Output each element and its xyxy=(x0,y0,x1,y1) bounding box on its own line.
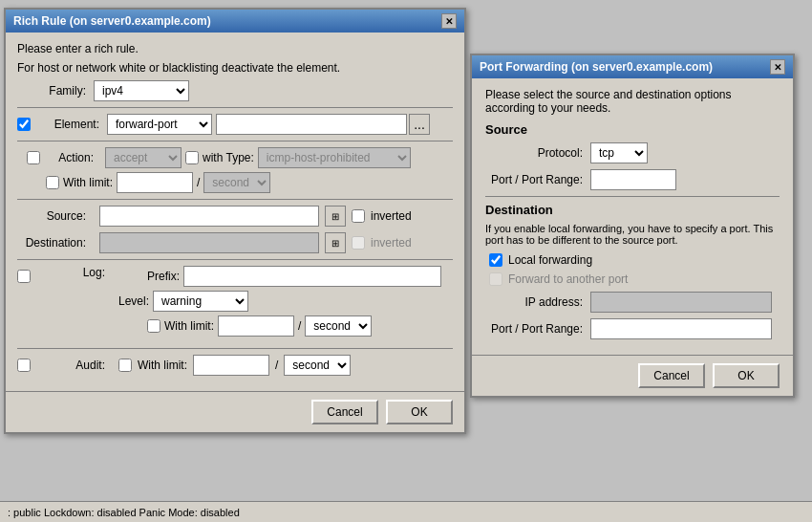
port-fwd-cancel-button[interactable]: Cancel xyxy=(638,363,705,388)
source-port-row: Port / Port Range: 5423 xyxy=(485,169,780,190)
log-limit-row: With limit: / second minute xyxy=(118,315,441,337)
audit-row: Audit: With limit: / second minute xyxy=(17,355,453,376)
rich-rule-ok-button[interactable]: OK xyxy=(386,400,453,424)
icmp-type-select[interactable]: icmp-host-prohibited xyxy=(258,147,411,168)
source-port-input[interactable]: 5423 xyxy=(590,169,676,190)
rich-rule-intro2: For host or network white or blacklistin… xyxy=(17,61,453,75)
port-fwd-titlebar: Port Forwarding (on server0.example.com)… xyxy=(472,55,793,78)
log-row: Log: Prefix: Level: warning emerg alert … xyxy=(17,266,453,342)
action-row: Action: accept reject drop with Type: ic… xyxy=(17,147,453,168)
source-heading: Source xyxy=(485,122,780,137)
port-fwd-close-button[interactable]: ✕ xyxy=(770,59,785,75)
rich-rule-close-button[interactable]: ✕ xyxy=(441,13,457,29)
destination-heading: Destination xyxy=(485,203,780,217)
element-browse-button[interactable]: ... xyxy=(409,114,430,135)
element-checkbox[interactable] xyxy=(17,118,31,131)
element-value-input[interactable]: 5423/tcp >80 xyxy=(216,114,407,135)
forward-another-checkbox[interactable] xyxy=(489,272,502,286)
family-select[interactable]: ipv4 ipv6 xyxy=(94,80,189,101)
family-label: Family: xyxy=(17,84,94,98)
port-forwarding-dialog: Port Forwarding (on server0.example.com)… xyxy=(470,54,795,398)
action-limit-input[interactable] xyxy=(117,172,193,193)
port-fwd-body: Please select the source and destination… xyxy=(472,78,793,355)
level-select[interactable]: warning emerg alert crit xyxy=(153,291,248,312)
forward-another-label: Forward to another port xyxy=(508,272,628,286)
with-type-label: with Type: xyxy=(203,151,254,164)
forward-another-row: Forward to another port xyxy=(485,272,780,286)
log-second-select[interactable]: second minute xyxy=(305,315,372,337)
destination-inverted-label: inverted xyxy=(371,236,412,250)
local-forwarding-checkbox[interactable] xyxy=(489,253,502,267)
rich-rule-cancel-button[interactable]: Cancel xyxy=(311,400,378,424)
rich-rule-buttons: Cancel OK xyxy=(6,391,464,432)
source-network-icon[interactable]: ⊞ xyxy=(325,206,346,227)
audit-label: Audit: xyxy=(36,359,113,372)
dest-port-row: Port / Port Range: 80 xyxy=(485,318,780,339)
action-checkbox[interactable] xyxy=(27,151,40,164)
dest-info: If you enable local forwarding, you have… xyxy=(485,223,780,246)
prefix-input[interactable] xyxy=(183,266,441,287)
destination-input[interactable] xyxy=(99,232,319,253)
log-with-limit-label: With limit: xyxy=(164,319,214,333)
status-text: : public Lockdown: disabled Panic Mode: … xyxy=(8,507,240,518)
destination-label: Destination: xyxy=(17,236,94,250)
log-label: Log: xyxy=(36,266,113,279)
status-bar: : public Lockdown: disabled Panic Mode: … xyxy=(0,501,812,522)
action-limit-row: With limit: / second minute xyxy=(17,172,453,193)
level-label: Level: xyxy=(118,294,149,308)
action-second-select[interactable]: second minute xyxy=(203,172,270,193)
rich-rule-body: Please enter a rich rule. For host or ne… xyxy=(6,33,464,391)
element-label: Element: xyxy=(31,118,107,131)
port-fwd-title: Port Forwarding (on server0.example.com) xyxy=(480,60,713,74)
port-fwd-ok-button[interactable]: OK xyxy=(713,363,780,388)
protocol-select[interactable]: tcp udp xyxy=(590,142,648,163)
rich-rule-intro1: Please enter a rich rule. xyxy=(17,42,453,55)
rich-rule-dialog: Rich Rule (on server0.example.com) ✕ Ple… xyxy=(4,8,466,434)
audit-checkbox[interactable] xyxy=(17,359,31,372)
ip-address-label: IP address: xyxy=(485,295,590,309)
audit-limit-input[interactable] xyxy=(193,355,269,376)
protocol-row: Protocol: tcp udp xyxy=(485,142,780,163)
action-label: Action: xyxy=(44,151,101,164)
action-select[interactable]: accept reject drop xyxy=(105,147,182,168)
audit-with-limit-checkbox[interactable] xyxy=(118,359,132,372)
source-label: Source: xyxy=(17,209,94,223)
destination-inverted-checkbox[interactable] xyxy=(352,236,365,250)
action-with-limit-checkbox[interactable] xyxy=(46,176,59,189)
ip-address-input[interactable] xyxy=(590,292,772,313)
source-port-label: Port / Port Range: xyxy=(485,173,590,186)
local-forwarding-label: Local forwarding xyxy=(508,253,592,267)
log-with-limit-checkbox[interactable] xyxy=(147,319,160,333)
log-section: Prefix: Level: warning emerg alert crit … xyxy=(118,266,441,342)
local-forwarding-row: Local forwarding xyxy=(485,253,780,267)
source-row: Source: 172.25.0.0/24 ⊞ inverted xyxy=(17,206,453,227)
level-row: Level: warning emerg alert crit xyxy=(118,291,441,312)
dest-port-label: Port / Port Range: xyxy=(485,322,590,336)
element-row: Element: forward-port port service 5423/… xyxy=(17,114,453,135)
log-limit-input[interactable] xyxy=(218,315,294,337)
prefix-label: Prefix: xyxy=(147,270,180,283)
source-inverted-checkbox[interactable] xyxy=(352,209,365,223)
action-with-limit-label: With limit: xyxy=(63,176,113,189)
rich-rule-title: Rich Rule (on server0.example.com) xyxy=(13,14,211,28)
destination-row: Destination: ⊞ inverted xyxy=(17,232,453,253)
source-inverted-label: inverted xyxy=(371,209,412,223)
protocol-group: tcp udp xyxy=(590,142,648,163)
ip-address-row: IP address: xyxy=(485,292,780,313)
prefix-row: Prefix: xyxy=(118,266,441,287)
element-select[interactable]: forward-port port service xyxy=(107,114,212,135)
dest-port-input[interactable]: 80 xyxy=(590,318,772,339)
log-checkbox[interactable] xyxy=(17,270,31,283)
protocol-label: Protocol: xyxy=(485,146,590,160)
destination-network-icon[interactable]: ⊞ xyxy=(325,232,346,253)
audit-second-select[interactable]: second minute xyxy=(284,355,351,376)
port-fwd-intro: Please select the source and destination… xyxy=(485,88,780,115)
rich-rule-titlebar: Rich Rule (on server0.example.com) ✕ xyxy=(6,10,464,33)
with-type-checkbox[interactable] xyxy=(185,151,199,164)
source-input[interactable]: 172.25.0.0/24 xyxy=(99,206,319,227)
port-fwd-buttons: Cancel OK xyxy=(472,355,793,396)
family-row: Family: ipv4 ipv6 xyxy=(17,80,453,101)
audit-with-limit-label: With limit: xyxy=(138,359,187,372)
